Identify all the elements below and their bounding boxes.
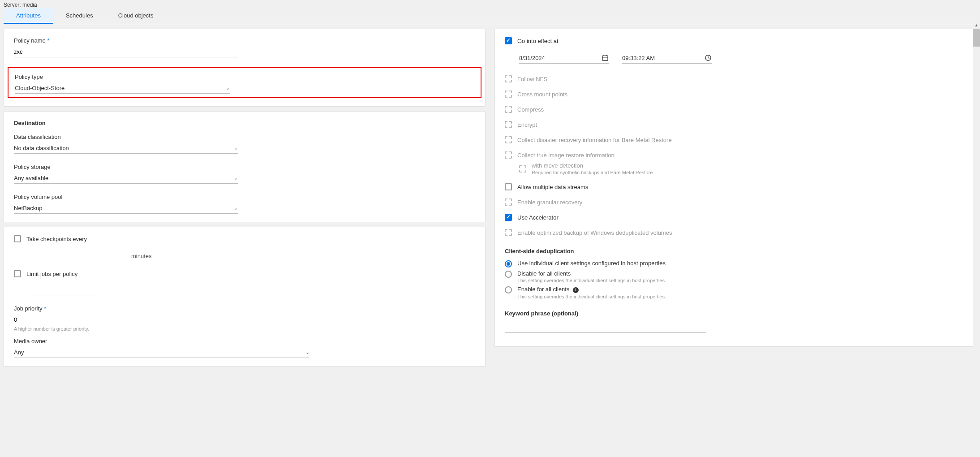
- allow-multiple-checkbox[interactable]: [505, 183, 512, 190]
- tabs: Attributes Schedules Cloud objects: [0, 8, 980, 24]
- minutes-label: minutes: [131, 253, 152, 259]
- encrypt-label: Encrypt: [517, 121, 537, 128]
- radio-enable-hint: This setting overrides the individual cl…: [517, 294, 666, 299]
- collect-true-image-label: Collect true image restore information: [517, 152, 615, 159]
- limit-jobs-input[interactable]: [28, 285, 100, 296]
- collect-true-image-checkbox: [505, 151, 512, 159]
- time-input[interactable]: 09:33:22 AM: [622, 52, 712, 64]
- policy-type-label: Policy type: [15, 73, 474, 80]
- keyword-phrase-label: Keyword phrase (optional): [505, 310, 966, 317]
- follow-nfs-checkbox: [505, 75, 512, 82]
- limit-jobs-label: Limit jobs per policy: [26, 271, 77, 277]
- use-accelerator-label: Use Accelerator: [517, 214, 559, 221]
- chevron-down-icon: ⌄: [234, 145, 238, 151]
- client-dedup-title: Client-side deduplication: [505, 248, 966, 254]
- job-priority-label: Job priority *: [14, 305, 475, 312]
- with-move-detection-hint: Required for synthetic backups and Bare …: [532, 170, 653, 175]
- policy-volume-pool-label: Policy volume pool: [14, 194, 475, 200]
- server-label: Server: media: [0, 0, 980, 8]
- radio-disable[interactable]: [505, 271, 512, 278]
- destination-title: Destination: [14, 120, 475, 126]
- take-checkpoints-checkbox[interactable]: [14, 235, 21, 242]
- chevron-down-icon: ⌄: [234, 175, 238, 181]
- tab-schedules[interactable]: Schedules: [53, 8, 106, 24]
- card-options: Go into effect at 8/31/2024 09:33:22 AM …: [494, 29, 976, 347]
- take-checkpoints-label: Take checkpoints every: [26, 236, 87, 242]
- policy-volume-pool-select[interactable]: NetBackup ⌄: [14, 203, 238, 214]
- use-accelerator-checkbox[interactable]: [505, 214, 512, 221]
- go-into-effect-checkbox[interactable]: [505, 37, 512, 44]
- enable-granular-label: Enable granular recovery: [517, 199, 582, 206]
- policy-type-highlight: Policy type Cloud-Object-Store ⌄: [8, 67, 481, 98]
- job-priority-input[interactable]: [14, 315, 148, 325]
- media-owner-select[interactable]: Any ⌄: [14, 347, 309, 358]
- cross-mount-label: Cross mount points: [517, 91, 567, 98]
- checkpoints-minutes-input[interactable]: [28, 250, 127, 261]
- svg-rect-0: [602, 56, 608, 60]
- data-classification-select[interactable]: No data classification ⌄: [14, 143, 238, 154]
- radio-disable-hint: This setting overrides the individual cl…: [517, 278, 666, 283]
- chevron-down-icon: ⌄: [305, 349, 309, 355]
- radio-enable-label: Enable for all clients i: [517, 286, 666, 293]
- chevron-down-icon: ⌄: [234, 205, 238, 211]
- radio-enable[interactable]: [505, 286, 512, 293]
- policy-name-input[interactable]: [14, 47, 238, 57]
- policy-name-label: Policy name *: [14, 37, 475, 44]
- radio-individual[interactable]: [505, 260, 512, 267]
- enable-optimized-label: Enable optimized backup of Windows dedup…: [517, 229, 672, 236]
- info-icon: i: [573, 287, 579, 293]
- go-into-effect-label: Go into effect at: [517, 38, 559, 44]
- compress-checkbox: [505, 106, 512, 113]
- policy-type-select[interactable]: Cloud-Object-Store ⌄: [15, 83, 230, 94]
- job-priority-hint: A higher number is greater priority.: [14, 326, 475, 332]
- radio-individual-label: Use individual client settings configure…: [517, 260, 666, 267]
- calendar-icon: [602, 54, 609, 61]
- policy-storage-label: Policy storage: [14, 164, 475, 170]
- scrollbar-thumb[interactable]: [973, 29, 980, 47]
- enable-optimized-checkbox: [505, 229, 512, 236]
- encrypt-checkbox: [505, 121, 512, 128]
- svg-line-6: [708, 58, 709, 58]
- card-policy-basics: Policy name * Policy type Cloud-Object-S…: [4, 29, 486, 107]
- cross-mount-checkbox: [505, 91, 512, 98]
- date-input[interactable]: 8/31/2024: [519, 52, 609, 64]
- radio-disable-label: Disable for all clients: [517, 270, 666, 277]
- tab-cloud-objects[interactable]: Cloud objects: [106, 8, 166, 24]
- data-classification-label: Data classification: [14, 134, 475, 140]
- keyword-phrase-input[interactable]: [505, 323, 706, 333]
- with-move-detection-checkbox: [519, 165, 526, 172]
- policy-storage-select[interactable]: Any available ⌄: [14, 173, 238, 184]
- limit-jobs-checkbox[interactable]: [14, 270, 21, 277]
- tab-attributes[interactable]: Attributes: [4, 8, 53, 24]
- follow-nfs-label: Follow NFS: [517, 76, 547, 82]
- with-move-detection-label: with move detection: [532, 162, 653, 169]
- chevron-down-icon: ⌄: [226, 85, 230, 91]
- collect-dr-checkbox: [505, 136, 512, 143]
- scroll-up-icon[interactable]: ▲: [973, 22, 980, 29]
- scrollbar[interactable]: ▲: [973, 22, 980, 371]
- allow-multiple-label: Allow multiple data streams: [517, 184, 588, 190]
- clock-icon: [705, 54, 712, 61]
- enable-granular-checkbox: [505, 198, 512, 206]
- card-destination: Destination Data classification No data …: [4, 111, 486, 222]
- compress-label: Compress: [517, 106, 544, 113]
- media-owner-label: Media owner: [14, 338, 475, 345]
- card-checkpoints: Take checkpoints every minutes Limit job…: [4, 227, 486, 366]
- collect-dr-label: Collect disaster recovery information fo…: [517, 137, 672, 143]
